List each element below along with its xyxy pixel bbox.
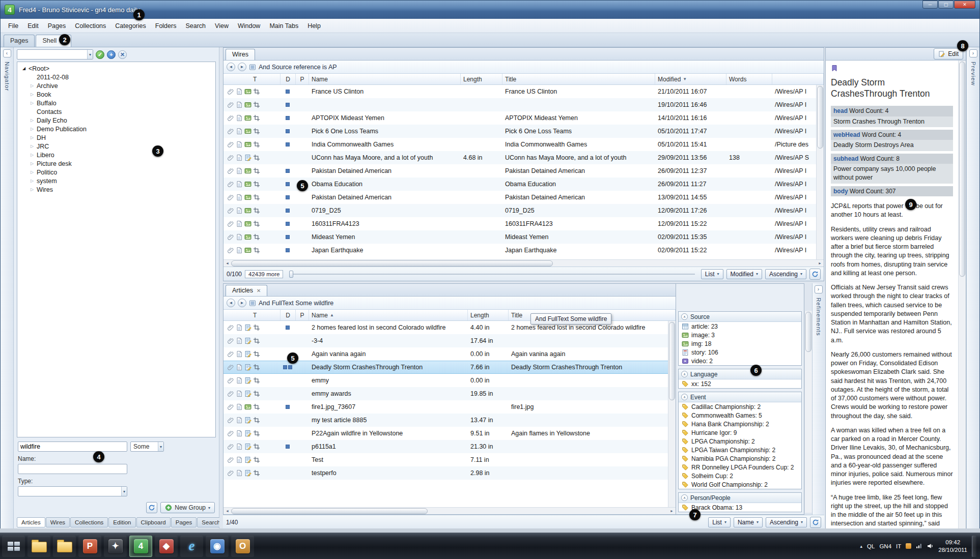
network-icon[interactable] [916,543,922,549]
panel-splitter[interactable] [219,47,223,529]
navigator-tab-collections[interactable]: Collections [70,517,108,527]
preview-scrollbar[interactable] [958,61,966,528]
wires-row[interactable]: Obama EducationObama Education26/09/2011… [223,178,816,191]
tree-item-dh[interactable]: ▷DH [17,133,215,142]
wires-refresh-button[interactable] [809,269,821,280]
volume-icon[interactable] [927,543,934,549]
tree-expander-icon[interactable]: ▷ [30,118,35,123]
tree-expander-icon[interactable]: ▷ [30,127,35,131]
tree-expander-icon[interactable]: ▷ [30,144,35,149]
tray-app-icon[interactable] [906,543,911,549]
articles-order-dropdown[interactable]: Ascending▾ [766,517,807,527]
minimize-button[interactable]: ─ [922,1,938,9]
articles-view-dropdown[interactable]: List▾ [708,517,731,527]
main-tab-pages[interactable]: Pages [4,35,35,47]
wires-order-dropdown[interactable]: Ascending▾ [765,269,806,279]
wires-row[interactable]: APTOPIX Mideast YemenAPTOPIX Mideast Yem… [223,111,816,125]
refinement-item[interactable]: image: 3 [679,331,801,339]
wires-vertical-scrollbar[interactable] [816,85,824,259]
tree-item-contacts[interactable]: Contacts [17,107,215,116]
fulltext-input[interactable] [18,442,127,452]
navigator-search-combo[interactable]: ▾ [17,49,93,60]
scroll-left-icon[interactable]: ◄ [223,508,231,514]
tray-label-ql[interactable]: QL [867,543,875,549]
articles-row[interactable]: emmy awards19.85 in [223,387,668,400]
articles-row[interactable]: p6115a121.30 in [223,440,668,453]
wires-more-count[interactable]: 42439 more [245,270,283,278]
taskbar-messenger[interactable]: ◉ [206,536,229,557]
wires-row[interactable]: Japan EarthquakeJapan Earthquake02/09/20… [223,244,816,257]
refinement-item[interactable]: Namibia PGA Championship: 2 [679,454,801,463]
articles-sort-dropdown[interactable]: Name▾ [734,517,763,527]
clear-icon[interactable]: ✕ [118,50,127,59]
taskbar-explorer[interactable] [27,536,50,557]
menu-file[interactable]: File [4,20,23,32]
articles-refresh-button[interactable] [810,517,821,528]
tree-expander-icon[interactable]: ▷ [30,153,35,157]
tray-label-gn4[interactable]: GN4 [879,543,891,549]
tree-item--root-[interactable]: ◢<Root> [17,64,215,73]
taskbar-gn4[interactable]: 4 [129,536,152,557]
wires-row[interactable]: Pakistan Detained AmericanPakistan Detai… [223,164,816,178]
tree-item-buffalo[interactable]: ▷Buffalo [17,99,215,107]
wires-row[interactable]: 160311FRA4123160311FRA412312/09/2011 15:… [223,217,816,230]
articles-vertical-scrollbar[interactable] [668,321,676,507]
collapse-group-icon[interactable]: ∧ [681,494,688,501]
scroll-left-icon[interactable]: ◄ [223,260,231,267]
refinement-item[interactable]: RR Donnelley LPGA Founders Cup: 2 [679,463,801,472]
articles-row[interactable]: emmy0.00 in [223,374,668,387]
column-header-words[interactable]: Words [726,74,772,84]
tree-expander-icon[interactable]: ▷ [30,101,35,105]
tree-expander-icon[interactable]: ▷ [30,187,35,192]
tree-item-libero[interactable]: ▷Libero [17,151,215,159]
filter-back-icon[interactable]: ◄ [227,63,235,71]
wires-horizontal-scrollbar[interactable]: ◄ ► [223,259,824,267]
articles-row[interactable]: my test article 888513.47 in [223,414,668,427]
add-icon[interactable]: + [107,50,116,59]
wires-row[interactable]: India Commonwealth GamesIndia Commonweal… [223,138,816,151]
slider-handle[interactable] [289,271,293,278]
tree-item-system[interactable]: ▷system [17,176,215,185]
articles-tab[interactable]: Articles✕ [226,285,267,296]
articles-row[interactable]: -3-417.64 in [223,334,668,347]
collapse-refinements-icon[interactable]: › [815,285,823,293]
filter-back-icon[interactable]: ◄ [227,299,235,307]
filter-forward-icon[interactable]: ► [238,299,246,307]
type-dropdown[interactable]: ▾ [18,486,127,496]
wires-page-slider[interactable] [289,271,694,278]
tray-expand-icon[interactable]: ▴ [860,544,863,549]
menu-main-tabs[interactable]: Main Tabs [265,20,303,32]
articles-row[interactable]: fire1.jpg_73607fire1.jpg [223,400,668,414]
refinement-item[interactable]: Solheim Cup: 2 [679,472,801,480]
column-header-p[interactable]: P [296,310,309,320]
column-header-path[interactable] [772,74,824,84]
tree-expander-icon[interactable]: ▷ [30,170,35,174]
articles-row[interactable]: Test7.11 in [223,453,668,466]
tree-item-2011-02-08[interactable]: 2011-02-08 [17,73,215,81]
menu-window[interactable]: Window [233,20,265,32]
refresh-search-button[interactable] [146,502,157,513]
tree-item-politico[interactable]: ▷Politico [17,168,215,176]
confirm-icon[interactable]: ✓ [96,50,104,59]
refinement-item[interactable]: article: 23 [679,322,801,331]
refinement-item[interactable]: xx: 152 [679,379,801,388]
collapse-preview-icon[interactable]: › [969,49,977,57]
collapse-group-icon[interactable]: ∧ [681,313,688,320]
chevron-down-icon[interactable]: ▾ [87,50,93,59]
menu-view[interactable]: View [210,20,233,32]
navigator-tab-edition[interactable]: Edition [108,517,135,527]
menu-collections[interactable]: Collections [70,20,110,32]
column-header-length[interactable]: Length [461,74,502,84]
column-header-t[interactable]: T [223,74,281,84]
refinement-item[interactable]: LPGA Taiwan Championship: 2 [679,446,801,454]
tree-expander-icon[interactable]: ▷ [30,135,35,140]
refinements-scrollbar[interactable] [804,311,812,513]
close-button[interactable]: ✕ [954,1,975,9]
column-header-name[interactable]: Name [309,74,461,84]
column-header-d[interactable]: D [281,310,296,320]
tree-item-jrc[interactable]: ▷JRC [17,142,215,151]
column-header-title[interactable]: Title [502,74,655,84]
articles-row[interactable]: testperfo2.98 in [223,466,668,480]
column-header-length[interactable]: Length [468,310,509,320]
wires-row[interactable]: Pick 6 One Loss TeamsPick 6 One Loss Tea… [223,125,816,138]
